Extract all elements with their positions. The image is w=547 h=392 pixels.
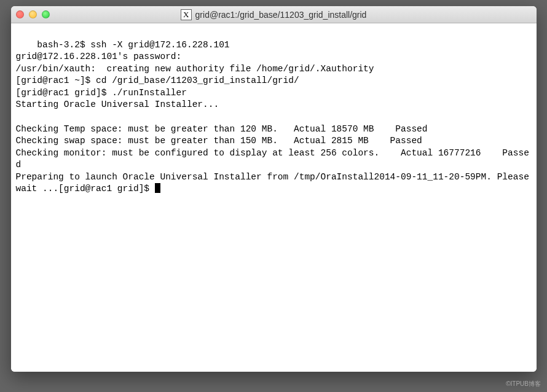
resize-grip[interactable]: [525, 361, 534, 369]
terminal-line: [grid@rac1 grid]$ ./runInstaller: [16, 88, 187, 98]
watermark: ©ITPUB博客: [506, 380, 541, 388]
maximize-button[interactable]: [42, 10, 50, 18]
traffic-lights: [16, 10, 50, 18]
terminal-line: grid@172.16.228.101's password:: [16, 52, 182, 61]
terminal-line: bash-3.2$ ssh -X grid@172.16.228.101: [37, 40, 229, 50]
terminal-line: [grid@rac1 ~]$ cd /grid_base/11203_grid_…: [16, 76, 299, 85]
close-button[interactable]: [16, 10, 24, 18]
title-wrap: X grid@rac1:/grid_base/11203_grid_instal…: [16, 9, 532, 20]
x11-icon: X: [181, 9, 192, 20]
terminal-line: Checking swap space: must be greater tha…: [16, 136, 422, 146]
minimize-button[interactable]: [29, 10, 37, 18]
terminal-content[interactable]: bash-3.2$ ssh -X grid@172.16.228.101 gri…: [11, 23, 537, 372]
terminal-window: X grid@rac1:/grid_base/11203_grid_instal…: [11, 6, 537, 372]
window-title: grid@rac1:/grid_base/11203_grid_install/…: [195, 10, 367, 20]
terminal-line: Preparing to launch Oracle Universal Ins…: [16, 172, 535, 194]
titlebar[interactable]: X grid@rac1:/grid_base/11203_grid_instal…: [11, 6, 537, 23]
cursor: [155, 183, 160, 193]
terminal-line: Starting Oracle Universal Installer...: [16, 100, 219, 109]
terminal-line: /usr/bin/xauth: creating new authority f…: [16, 64, 374, 74]
terminal-line: Checking monitor: must be configured to …: [16, 148, 529, 170]
terminal-line: Checking Temp space: must be greater tha…: [16, 124, 428, 134]
